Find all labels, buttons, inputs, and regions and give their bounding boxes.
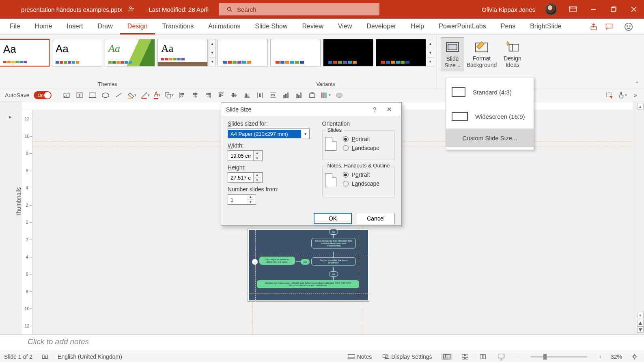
width-down[interactable]: ▼: [254, 156, 261, 161]
qat-screenshot-icon[interactable]: [308, 91, 317, 100]
height-down[interactable]: ▼: [254, 178, 261, 183]
number-up[interactable]: ▲: [247, 195, 254, 200]
notes-pane[interactable]: Click to add notes: [0, 334, 644, 351]
format-background-button[interactable]: Format Background: [464, 37, 499, 71]
slides-sized-for-select[interactable]: A4 Paper (210x297 mm) ▾: [228, 129, 310, 139]
qat-fill-icon[interactable]: ▾: [127, 92, 136, 99]
tab-animations[interactable]: Animations: [201, 19, 248, 34]
scroll-more[interactable]: ▾: [209, 58, 215, 66]
number-down[interactable]: ▼: [247, 200, 254, 205]
dialog-title-bar[interactable]: Slide Size ? ✕: [221, 103, 401, 116]
view-sorter[interactable]: [460, 353, 470, 360]
design-ideas-button[interactable]: Design Ideas: [499, 37, 526, 71]
variants-scroll[interactable]: ▲▼▾: [427, 39, 434, 66]
qat-overflow[interactable]: »: [631, 91, 640, 100]
theme-tile-1[interactable]: Aa: [0, 39, 50, 66]
minimize-button[interactable]: [583, 0, 603, 19]
tab-draw[interactable]: Draw: [90, 19, 120, 34]
theme-tile-3[interactable]: Aa: [105, 39, 155, 66]
language-label[interactable]: English (United Kingdom): [58, 353, 122, 360]
display-settings[interactable]: Display Settings: [381, 353, 433, 360]
scroll-more[interactable]: ▾: [427, 58, 434, 66]
theme-tile-4[interactable]: Aa: [157, 39, 208, 66]
qat-oval2-icon[interactable]: [335, 91, 344, 100]
ribbon-display-button[interactable]: [563, 0, 583, 19]
scroll-down[interactable]: ▼: [209, 48, 215, 57]
next-slide[interactable]: ⯆: [637, 326, 644, 333]
qat-chart-icon[interactable]: [282, 91, 291, 100]
variant-2[interactable]: [270, 39, 321, 66]
user-name[interactable]: Olivia Kippax Jones: [482, 6, 535, 13]
number-input[interactable]: [228, 195, 247, 204]
tab-file[interactable]: File: [2, 19, 28, 34]
width-up[interactable]: ▲: [254, 151, 261, 156]
view-reading[interactable]: [478, 353, 488, 360]
tab-transitions[interactable]: Transitions: [155, 19, 201, 34]
tab-design[interactable]: Design: [120, 19, 155, 34]
zoom-label[interactable]: 32%: [611, 353, 622, 360]
notes-toggle[interactable]: Notes: [346, 353, 374, 360]
qat-align-left-icon[interactable]: [178, 91, 187, 100]
variant-4[interactable]: [376, 39, 426, 66]
prev-slide[interactable]: ⯅: [637, 320, 644, 326]
feedback-button[interactable]: [623, 21, 634, 32]
search-box[interactable]: [219, 3, 379, 15]
qat-distribute-v-icon[interactable]: [269, 91, 278, 100]
tab-brightslide[interactable]: BrightSlide: [523, 19, 569, 34]
tab-developer[interactable]: Developer: [359, 19, 403, 34]
vertical-scrollbar[interactable]: ▴ ▾ ⯅ ⯆: [636, 101, 644, 334]
cancel-button[interactable]: Cancel: [357, 213, 395, 224]
tab-home[interactable]: Home: [28, 19, 60, 34]
user-avatar[interactable]: [545, 3, 557, 15]
accessibility-icon[interactable]: [40, 353, 50, 360]
scroll-up[interactable]: ▲: [427, 39, 434, 48]
collapse-ribbon[interactable]: ⌃: [635, 81, 639, 86]
qat-oval-icon[interactable]: [101, 91, 110, 100]
width-spinner[interactable]: ▲▼: [228, 150, 263, 161]
share-button[interactable]: [588, 21, 599, 32]
ok-button[interactable]: OK: [314, 213, 352, 224]
qat-select-icon[interactable]: [605, 91, 614, 100]
menu-custom-size[interactable]: Custom Slide Size...: [446, 129, 534, 147]
zoom-in[interactable]: +: [597, 353, 603, 360]
tab-insert[interactable]: Insert: [59, 19, 90, 34]
qat-refresh-icon[interactable]: [62, 91, 71, 100]
width-input[interactable]: [228, 151, 253, 161]
qat-align-middle-icon[interactable]: [230, 91, 239, 100]
height-up[interactable]: ▲: [254, 173, 261, 178]
scroll-down[interactable]: ▾: [637, 312, 644, 318]
chevron-down-icon[interactable]: ▾: [301, 131, 309, 137]
fit-to-window[interactable]: [629, 353, 640, 360]
scroll-up[interactable]: ▴: [637, 103, 644, 109]
dialog-close[interactable]: ✕: [382, 106, 396, 113]
qat-outline-icon[interactable]: ▾: [140, 92, 150, 99]
tab-help[interactable]: Help: [403, 19, 431, 34]
qat-align-top-icon[interactable]: [217, 91, 226, 100]
tab-powerpointlabs[interactable]: PowerPointLabs: [431, 19, 493, 34]
qat-align-bottom-icon[interactable]: [243, 91, 252, 100]
scroll-down[interactable]: ▼: [427, 48, 434, 57]
qat-line-icon[interactable]: [114, 91, 123, 100]
dialog-help[interactable]: ?: [367, 106, 382, 113]
autosave-toggle[interactable]: On: [34, 91, 58, 99]
zoom-out[interactable]: −: [514, 353, 521, 360]
qat-textbox-icon[interactable]: [75, 91, 84, 100]
qat-touch-icon[interactable]: ▾: [618, 91, 627, 100]
tab-review[interactable]: Review: [295, 19, 331, 34]
qat-font-color-icon[interactable]: A▾: [154, 91, 160, 99]
close-button[interactable]: [624, 0, 644, 19]
slide-size-button[interactable]: Slide Size ⌄: [441, 37, 464, 71]
variant-1[interactable]: [218, 39, 268, 66]
zoom-slider[interactable]: [530, 356, 587, 358]
comments-button[interactable]: [603, 21, 615, 32]
variant-3[interactable]: [323, 39, 373, 66]
view-normal[interactable]: [441, 353, 452, 360]
view-slideshow[interactable]: [495, 353, 507, 360]
thumbnails-expand[interactable]: ▸: [9, 114, 12, 120]
qat-align-right-icon[interactable]: [204, 91, 213, 100]
tab-pens[interactable]: Pens: [493, 19, 523, 34]
qat-align-center-h-icon[interactable]: [191, 91, 200, 100]
menu-widescreen[interactable]: Widescreen (16:9): [446, 104, 534, 129]
tab-view[interactable]: View: [331, 19, 359, 34]
theme-tile-2[interactable]: Aa: [52, 39, 102, 66]
